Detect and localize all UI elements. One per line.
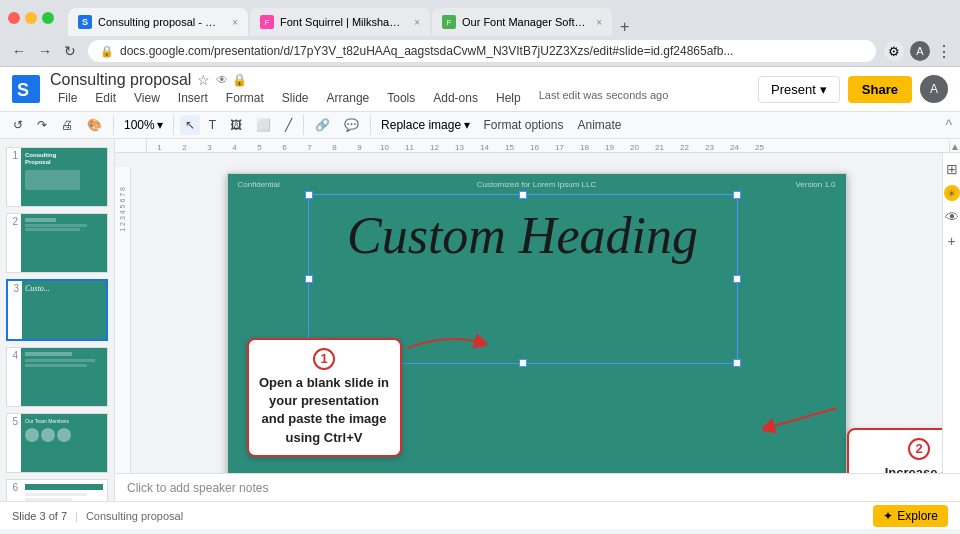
profile-icon[interactable]: A: [910, 41, 930, 61]
tab-1-close[interactable]: ×: [232, 17, 238, 28]
image-button[interactable]: 🖼: [225, 115, 247, 135]
ruler-tick: 25: [747, 143, 772, 152]
replace-image-dropdown[interactable]: Replace image ▾: [377, 116, 474, 134]
comment-button[interactable]: 💬: [339, 115, 364, 135]
ruler-tick: 9: [347, 143, 372, 152]
right-panel: ⊞ ☀ 👁 +: [942, 153, 960, 473]
ruler-tick: 23: [697, 143, 722, 152]
doc-icons: 👁 🔒: [216, 73, 246, 87]
ruler-tick: 19: [597, 143, 622, 152]
tab-2[interactable]: F Font Squirrel | Milkshake Font ... ×: [250, 8, 430, 36]
handle-top-center[interactable]: [519, 191, 527, 199]
menu-addons[interactable]: Add-ons: [425, 89, 486, 107]
annotation-1-bubble: 1 Open a blank slide in your presentatio…: [247, 338, 402, 457]
paint-format-button[interactable]: 🎨: [82, 115, 107, 135]
slide-5-thumb[interactable]: 5 Our Team Members: [6, 413, 108, 473]
explore-button[interactable]: ✦ Explore: [873, 505, 948, 527]
animate-button[interactable]: Animate: [572, 115, 626, 135]
tab-2-close[interactable]: ×: [414, 17, 420, 28]
ruler-tick: 4: [222, 143, 247, 152]
slide-3-num: 3: [8, 281, 22, 339]
tab-1[interactable]: S Consulting proposal - Google ... ×: [68, 8, 248, 36]
zoom-dropdown[interactable]: 100%▾: [120, 116, 167, 134]
ruler-tick: 22: [672, 143, 697, 152]
bottom-sep: |: [75, 510, 78, 522]
ruler-tick: 15: [497, 143, 522, 152]
menu-format[interactable]: Format: [218, 89, 272, 107]
menu-arrange[interactable]: Arrange: [319, 89, 378, 107]
menu-icon[interactable]: ⋮: [936, 42, 952, 61]
share-button[interactable]: Share: [848, 76, 912, 103]
plus-icon[interactable]: +: [947, 233, 955, 249]
slide-5-num: 5: [7, 414, 21, 472]
redo-button[interactable]: ↷: [32, 115, 52, 135]
annotation-1: 1 Open a blank slide in your presentatio…: [247, 338, 402, 457]
slide-6-thumb[interactable]: 6: [6, 479, 108, 501]
docs-menu: File Edit View Insert Format Slide Arran…: [50, 89, 668, 107]
format-options-button[interactable]: Format options: [478, 115, 568, 135]
handle-top-right[interactable]: [733, 191, 741, 199]
slide-2-img: [21, 214, 107, 272]
line-button[interactable]: ╱: [280, 115, 297, 135]
minimize-button[interactable]: [25, 12, 37, 24]
browser-chrome: S Consulting proposal - Google ... × F F…: [0, 0, 960, 36]
extensions-icon[interactable]: ⚙: [884, 41, 904, 61]
eye-icon[interactable]: 👁: [945, 209, 959, 225]
annotation-2-arrow: [762, 398, 842, 438]
chevron-up-icon[interactable]: ^: [945, 117, 952, 133]
tab-3[interactable]: F Our Font Manager Software | E... ×: [432, 8, 612, 36]
handle-middle-right[interactable]: [733, 275, 741, 283]
speaker-notes[interactable]: Click to add speaker notes: [115, 473, 960, 501]
tab-3-close[interactable]: ×: [596, 17, 602, 28]
nav-buttons: ← → ↻: [8, 41, 80, 61]
slide-5-img: Our Team Members: [21, 414, 107, 472]
slide-header-center: Customized for Lorem Ipsum LLC: [477, 180, 597, 189]
menu-help[interactable]: Help: [488, 89, 529, 107]
forward-button[interactable]: →: [34, 41, 56, 61]
avatar[interactable]: A: [920, 75, 948, 103]
replace-image-label: Replace image ▾: [381, 118, 470, 132]
present-button[interactable]: Present ▾: [758, 76, 840, 103]
menu-tools[interactable]: Tools: [379, 89, 423, 107]
scroll-up-icon[interactable]: ▲: [950, 141, 960, 152]
address-bar: ← → ↻ 🔒 docs.google.com/presentation/d/1…: [0, 36, 960, 67]
text-button[interactable]: T: [204, 115, 221, 135]
select-button[interactable]: ↖: [180, 115, 200, 135]
undo-button[interactable]: ↺: [8, 115, 28, 135]
slide-6-num: 6: [7, 480, 21, 501]
ruler-tick: 18: [572, 143, 597, 152]
slide-3-thumb[interactable]: 3 Custo...: [6, 279, 108, 341]
print-button[interactable]: 🖨: [56, 115, 78, 135]
refresh-button[interactable]: ↻: [60, 41, 80, 61]
menu-view[interactable]: View: [126, 89, 168, 107]
docs-title: Consulting proposal ☆ 👁 🔒: [50, 71, 748, 89]
annotation-2-bubble: 2 Increase of decrease the size using th…: [847, 428, 943, 473]
handle-top-left[interactable]: [305, 191, 313, 199]
back-button[interactable]: ←: [8, 41, 30, 61]
slide-6-img: [21, 480, 107, 501]
theme-icon[interactable]: ☀: [944, 185, 960, 201]
close-button[interactable]: [8, 12, 20, 24]
slide-1-thumb[interactable]: 1 ConsultingProposal: [6, 147, 108, 207]
url-bar[interactable]: 🔒 docs.google.com/presentation/d/17pY3V_…: [88, 40, 876, 62]
handle-middle-left[interactable]: [305, 275, 313, 283]
slide-2-thumb[interactable]: 2: [6, 213, 108, 273]
ruler-tick: 7: [297, 143, 322, 152]
menu-file[interactable]: File: [50, 89, 85, 107]
link-button[interactable]: 🔗: [310, 115, 335, 135]
handle-bottom-right[interactable]: [733, 359, 741, 367]
menu-slide[interactable]: Slide: [274, 89, 317, 107]
maximize-button[interactable]: [42, 12, 54, 24]
shape-button[interactable]: ⬜: [251, 115, 276, 135]
ruler-tick: 21: [647, 143, 672, 152]
slide-4-thumb[interactable]: 4: [6, 347, 108, 407]
star-icon[interactable]: ☆: [197, 72, 210, 88]
canvas-scroll[interactable]: 1 2 3 4 5 6 7 8 Confidential Customized …: [115, 153, 942, 473]
new-tab-button[interactable]: +: [614, 18, 635, 36]
menu-edit[interactable]: Edit: [87, 89, 124, 107]
docs-title-area: Consulting proposal ☆ 👁 🔒 File Edit View…: [50, 71, 748, 107]
handle-bottom-center[interactable]: [519, 359, 527, 367]
grid-icon[interactable]: ⊞: [946, 161, 958, 177]
menu-insert[interactable]: Insert: [170, 89, 216, 107]
toolbar-sep-2: [173, 115, 174, 135]
